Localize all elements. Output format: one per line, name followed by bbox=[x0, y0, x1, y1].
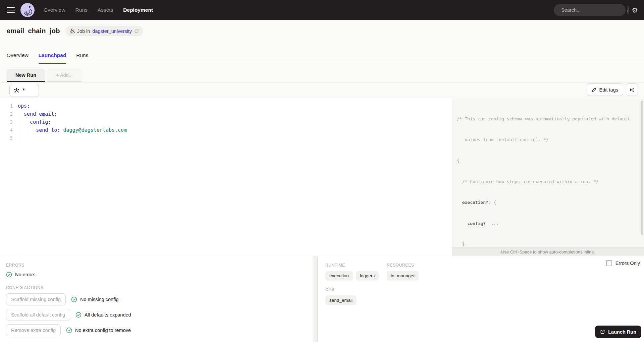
errors-status: No errors bbox=[6, 272, 313, 278]
schema-scrollbar[interactable] bbox=[641, 101, 643, 235]
resources-group: RESOURCES io_manager bbox=[387, 263, 419, 281]
line-number: 4 bbox=[0, 126, 16, 134]
op-selector-value: * bbox=[22, 88, 25, 94]
nav-item-assets[interactable]: Assets bbox=[98, 7, 113, 13]
launch-icon bbox=[600, 329, 605, 334]
op-selector-row: * Edit tags bbox=[0, 82, 644, 98]
run-tab-add[interactable]: + Add... bbox=[47, 69, 82, 82]
runtime-group: RUNTIME execution loggers bbox=[325, 263, 379, 281]
code-line[interactable]: 3 config: bbox=[0, 118, 452, 126]
remove-extra-config-button[interactable]: Remove extra config bbox=[6, 324, 61, 336]
code-line[interactable]: 2 send_email: bbox=[0, 110, 452, 118]
check-circle-icon bbox=[71, 296, 77, 302]
nav-item-deployment[interactable]: Deployment bbox=[123, 7, 153, 13]
reload-icon[interactable] bbox=[134, 29, 139, 34]
runtime-chip-execution[interactable]: execution bbox=[325, 271, 353, 281]
scaffold-missing-config-button[interactable]: Scaffold missing config bbox=[6, 293, 66, 305]
schema-lines: /* This run config schema was automatica… bbox=[457, 102, 641, 247]
errors-only-toggle[interactable]: Errors Only bbox=[606, 260, 640, 266]
job-tabs: Overview Launchpad Runs bbox=[0, 42, 644, 64]
code-line[interactable]: 1 ops: bbox=[0, 102, 452, 110]
job-repo-link[interactable]: dagster_university bbox=[92, 28, 132, 34]
op-graph-icon bbox=[14, 88, 19, 93]
tab-overview[interactable]: Overview bbox=[7, 52, 29, 64]
tab-runs[interactable]: Runs bbox=[76, 52, 88, 64]
bottom-panel: ERRORS No errors CONFIG ACTIONS: Scaffol… bbox=[0, 256, 644, 342]
pencil-icon bbox=[592, 87, 597, 92]
check-circle-icon bbox=[6, 272, 12, 278]
op-selector-input[interactable]: * bbox=[9, 84, 39, 97]
job-location-badge: Job in dagster_university bbox=[65, 26, 143, 36]
edit-tags-label: Edit tags bbox=[599, 87, 618, 93]
line-number: 3 bbox=[0, 118, 16, 126]
action-status: No extra config to remove bbox=[66, 327, 131, 333]
runtime-label: RUNTIME bbox=[325, 263, 379, 268]
resource-chip-io-manager[interactable]: io_manager bbox=[387, 271, 419, 281]
settings-gear-icon[interactable]: ⚙ bbox=[632, 7, 638, 14]
split-panel-icon bbox=[629, 87, 635, 93]
config-action-row: Scaffold all default config All defaults… bbox=[6, 309, 313, 321]
launch-run-label: Launch Run bbox=[608, 329, 636, 335]
page-title: email_chain_job bbox=[7, 27, 60, 35]
toggle-config-panel-button[interactable] bbox=[626, 83, 638, 96]
nav-item-overview[interactable]: Overview bbox=[44, 7, 65, 13]
action-status: All defaults expanded bbox=[75, 312, 131, 318]
config-action-row: Remove extra config No extra config to r… bbox=[6, 324, 313, 336]
op-chip-send-email[interactable]: send_email bbox=[325, 295, 357, 305]
line-number: 2 bbox=[0, 110, 16, 118]
page-header: email_chain_job Job in dagster_universit… bbox=[0, 20, 644, 42]
errors-label: ERRORS bbox=[6, 263, 313, 268]
search-input[interactable] bbox=[561, 7, 624, 13]
job-badge-prefix: Job in bbox=[77, 28, 90, 34]
tab-launchpad[interactable]: Launchpad bbox=[39, 52, 66, 64]
errors-and-actions-section: ERRORS No errors CONFIG ACTIONS: Scaffol… bbox=[0, 256, 313, 342]
dagster-logo-icon[interactable] bbox=[20, 3, 35, 17]
action-status-text: All defaults expanded bbox=[85, 312, 131, 318]
autocomplete-hint: Use Ctrl+Space to show auto-completions … bbox=[452, 247, 644, 256]
config-editor[interactable]: 1 ops: 2 send_email: 3 config: 4 send_to… bbox=[0, 99, 452, 256]
errors-status-text: No errors bbox=[15, 272, 35, 277]
ops-group: OPS send_email bbox=[325, 287, 644, 305]
hamburger-menu-icon[interactable] bbox=[7, 7, 15, 13]
top-nav: Overview Runs Assets Deployment / ⚙ bbox=[0, 0, 644, 20]
code-line[interactable]: 4 send_to: daggy@dagsterlabs.com bbox=[0, 126, 452, 134]
ops-label: OPS bbox=[325, 287, 644, 292]
resources-label: RESOURCES bbox=[387, 263, 419, 268]
launch-run-button[interactable]: Launch Run bbox=[595, 326, 641, 338]
launchpad-run-tabs: New Run + Add... bbox=[0, 64, 644, 82]
errors-only-checkbox[interactable] bbox=[606, 260, 612, 266]
config-schema-panel: /* This run config schema was automatica… bbox=[452, 99, 644, 256]
line-number: 5 bbox=[0, 134, 16, 142]
line-number: 1 bbox=[0, 102, 16, 110]
job-graph-icon bbox=[70, 28, 75, 34]
check-circle-icon bbox=[66, 327, 72, 333]
nav-item-runs[interactable]: Runs bbox=[75, 7, 88, 13]
action-status-text: No missing config bbox=[80, 297, 118, 302]
config-action-row: Scaffold missing config No missing confi… bbox=[6, 293, 313, 305]
edit-tags-button[interactable]: Edit tags bbox=[587, 83, 623, 96]
code-line[interactable]: 5 bbox=[0, 134, 452, 142]
panel-splitter[interactable] bbox=[313, 256, 318, 342]
runtime-chip-loggers[interactable]: loggers bbox=[356, 271, 379, 281]
action-status-text: No extra config to remove bbox=[75, 328, 131, 333]
scaffold-all-default-config-button[interactable]: Scaffold all default config bbox=[6, 309, 70, 321]
action-status: No missing config bbox=[71, 296, 118, 302]
search-shortcut-badge: / bbox=[627, 6, 629, 14]
check-circle-icon bbox=[75, 312, 82, 318]
run-tab-new-run[interactable]: New Run bbox=[7, 69, 45, 82]
errors-only-label: Errors Only bbox=[615, 261, 640, 266]
nav-links: Overview Runs Assets Deployment bbox=[44, 7, 153, 13]
global-search[interactable]: / bbox=[554, 4, 626, 16]
config-actions-label: CONFIG ACTIONS: bbox=[6, 285, 313, 290]
